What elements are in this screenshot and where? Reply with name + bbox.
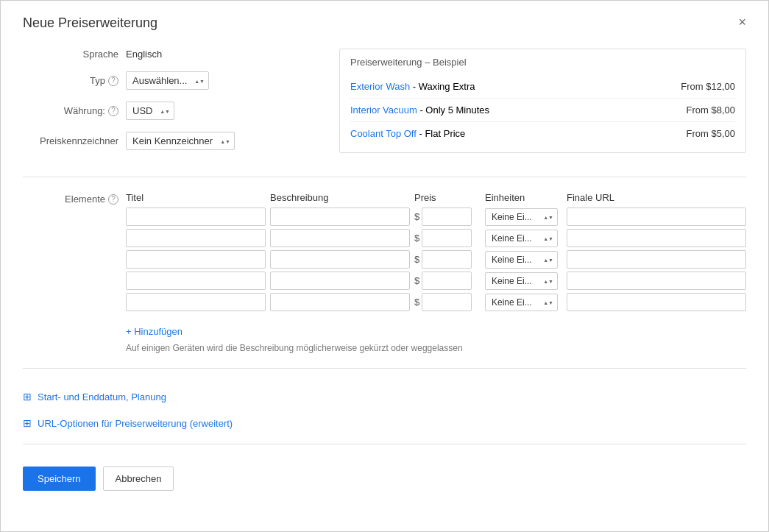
titel-input-2[interactable] [126, 229, 266, 247]
hint-text: Auf einigen Geräten wird die Beschreibun… [126, 343, 746, 353]
typ-row: Typ ? Auswählen... [23, 71, 317, 90]
example-sep-3: - [417, 128, 425, 139]
table-row: $ Keine Ei... Per Tag Pro Stunde Pauscha… [126, 229, 746, 247]
preiskennzeichner-select[interactable]: Kein Kennzeichner Ab Bis zu [126, 132, 235, 150]
example-price-2: From $8,00 [687, 104, 735, 116]
expand-icon-1: ⊞ [23, 391, 32, 402]
table-wrapper: Titel Beschreibung Preis Einheiten Final… [126, 192, 746, 314]
dialog-title: Neue Preiserweiterung [23, 15, 157, 31]
dialog-header: Neue Preiserweiterung × [23, 15, 746, 31]
example-desc-3: Flat Price [425, 128, 465, 139]
titel-input-5[interactable] [126, 293, 266, 311]
typ-select[interactable]: Auswählen... [126, 71, 209, 90]
waehrung-select-wrapper: USD EUR [126, 102, 174, 120]
einheiten-select-4[interactable]: Keine Ei... Per Tag Pro Stunde Pauschal [485, 272, 558, 290]
einheiten-wrapper-5: Keine Ei... Per Tag Pro Stunde Pauschal [485, 294, 562, 311]
beschreibung-input-3[interactable] [270, 250, 410, 269]
dollar-sign-1: $ [414, 211, 419, 222]
table-row: $ Keine Ei... Per Tag Pro Stunde Pauscha… [126, 250, 746, 269]
right-panel: Preiserweiterung – Beispiel Exterior Was… [339, 49, 746, 162]
example-desc-2: Only 5 Minutes [425, 104, 489, 116]
example-sep-1: - [410, 81, 419, 92]
table-row: $ Keine Ei... Per Tag Pro Stunde Pauscha… [126, 208, 746, 226]
typ-label: Typ ? [23, 75, 126, 86]
footer-buttons: Speichern Abbrechen [23, 459, 746, 491]
sprache-value: Englisch [126, 49, 162, 60]
typ-help-icon[interactable]: ? [108, 76, 118, 86]
preis-input-4[interactable] [422, 272, 472, 290]
titel-input-1[interactable] [126, 208, 266, 226]
dollar-sign-3: $ [414, 254, 419, 265]
einheiten-select-3[interactable]: Keine Ei... Per Tag Pro Stunde Pauschal [485, 251, 558, 269]
url-input-4[interactable] [567, 272, 746, 290]
add-link[interactable]: + Hinzufügen [126, 326, 182, 337]
expandable-label-2: URL-Optionen für Preiserweiterung (erwei… [38, 418, 233, 429]
typ-select-wrapper: Auswählen... [126, 71, 209, 90]
url-input-2[interactable] [567, 229, 746, 247]
url-input-3[interactable] [567, 250, 746, 269]
table-row: $ Keine Ei... Per Tag Pro Stunde Pauscha… [126, 293, 746, 311]
expand-icon-2: ⊞ [23, 417, 32, 429]
preis-input-3[interactable] [422, 250, 472, 269]
waehrung-row: Währung: ? USD EUR [23, 102, 317, 120]
url-input-1[interactable] [567, 208, 746, 226]
elemente-label: Elemente ? [23, 192, 126, 205]
einheiten-select-5[interactable]: Keine Ei... Per Tag Pro Stunde Pauschal [485, 294, 558, 311]
expandable-section-1[interactable]: ⊞ Start- und Enddatum, Planung [23, 383, 746, 410]
preiskennzeichner-label: Preiskennzeichner [23, 135, 126, 146]
example-item-1: Exterior Wash - Waxing Extra From $12,00 [350, 75, 735, 99]
dollar-sign-2: $ [414, 233, 419, 244]
einheiten-wrapper-3: Keine Ei... Per Tag Pro Stunde Pauschal [485, 251, 562, 269]
beschreibung-input-1[interactable] [270, 208, 410, 226]
sprache-row: Sprache Englisch [23, 49, 317, 60]
left-panel: Sprache Englisch Typ ? Auswählen... [23, 49, 317, 162]
example-link-1[interactable]: Exterior Wash [350, 81, 410, 92]
elemente-section: Elemente ? Titel Beschreibung Preis Einh… [23, 192, 746, 353]
preiskennzeichner-row: Preiskennzeichner Kein Kennzeichner Ab B… [23, 132, 317, 150]
sprache-label: Sprache [23, 49, 126, 60]
expandable-label-1: Start- und Enddatum, Planung [38, 391, 166, 402]
close-button[interactable]: × [738, 15, 746, 29]
einheiten-wrapper-1: Keine Ei... Per Tag Pro Stunde Pauschal [485, 208, 562, 226]
einheiten-select-1[interactable]: Keine Ei... Per Tag Pro Stunde Pauschal [485, 208, 558, 226]
beschreibung-input-4[interactable] [270, 272, 410, 290]
example-link-2[interactable]: Interior Vacuum [350, 104, 417, 116]
table-columns: Titel Beschreibung Preis Einheiten Final… [126, 192, 746, 203]
content-area: Sprache Englisch Typ ? Auswählen... [23, 49, 746, 162]
einheiten-select-2[interactable]: Keine Ei... Per Tag Pro Stunde Pauschal [485, 230, 558, 247]
example-sep-2: - [417, 104, 426, 116]
preis-input-5[interactable] [422, 293, 472, 311]
expandable-section-2[interactable]: ⊞ URL-Optionen für Preiserweiterung (erw… [23, 410, 746, 436]
waehrung-select[interactable]: USD EUR [126, 102, 174, 120]
example-item-2: Interior Vacuum - Only 5 Minutes From $8… [350, 99, 735, 122]
example-link-3[interactable]: Coolant Top Off [350, 128, 417, 139]
col-header-preis: Preis [414, 192, 481, 203]
example-box: Preiserweiterung – Beispiel Exterior Was… [339, 49, 746, 153]
example-item-3: Coolant Top Off - Flat Price From $5,00 [350, 122, 735, 145]
titel-input-3[interactable] [126, 250, 266, 269]
example-price-1: From $12,00 [681, 81, 735, 92]
dollar-sign-5: $ [414, 297, 419, 308]
preis-input-2[interactable] [422, 229, 472, 247]
titel-input-4[interactable] [126, 272, 266, 290]
col-header-titel: Titel [126, 192, 266, 203]
beschreibung-input-5[interactable] [270, 293, 410, 311]
col-header-einheiten: Einheiten [485, 192, 562, 203]
url-input-5[interactable] [567, 293, 746, 311]
cancel-button[interactable]: Abbrechen [103, 467, 174, 491]
preis-input-1[interactable] [422, 208, 472, 226]
einheiten-wrapper-4: Keine Ei... Per Tag Pro Stunde Pauschal [485, 272, 562, 290]
save-button[interactable]: Speichern [23, 467, 96, 491]
example-desc-1: Waxing Extra [419, 81, 475, 92]
example-price-3: From $5,00 [687, 128, 735, 139]
elemente-help-icon[interactable]: ? [108, 194, 118, 205]
elemente-header: Elemente ? Titel Beschreibung Preis Einh… [23, 192, 746, 314]
waehrung-help-icon[interactable]: ? [108, 106, 118, 116]
table-row: $ Keine Ei... Per Tag Pro Stunde Pauscha… [126, 272, 746, 290]
dialog: Neue Preiserweiterung × Sprache Englisch… [0, 0, 769, 532]
beschreibung-input-2[interactable] [270, 229, 410, 247]
dollar-sign-4: $ [414, 275, 419, 286]
einheiten-wrapper-2: Keine Ei... Per Tag Pro Stunde Pauschal [485, 230, 562, 247]
example-title: Preiserweiterung – Beispiel [350, 57, 735, 68]
col-header-url: Finale URL [567, 192, 746, 203]
